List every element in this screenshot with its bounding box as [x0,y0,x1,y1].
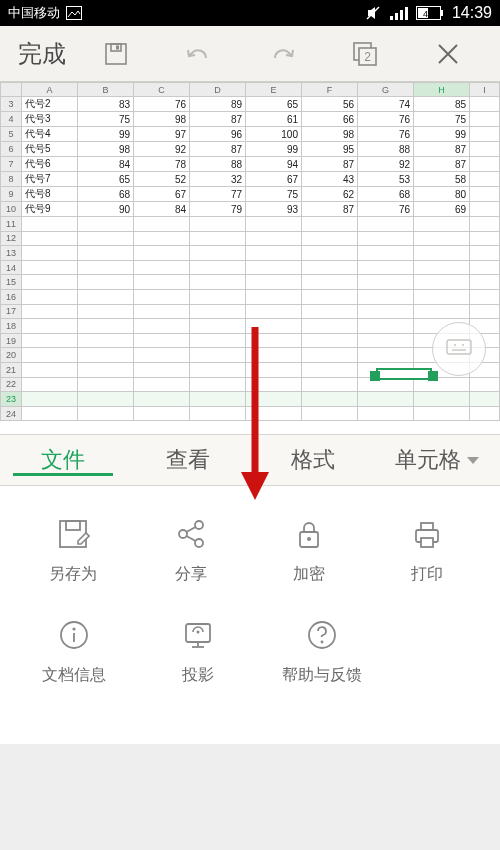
annotation-arrow [240,322,270,502]
svg-point-29 [195,539,203,547]
chevron-down-icon [465,452,481,468]
share-button[interactable]: 分享 [141,514,241,585]
redo-button[interactable] [260,32,304,76]
svg-point-27 [179,530,187,538]
info-icon [57,618,91,652]
share-icon [174,517,208,551]
svg-text:2: 2 [364,50,371,64]
doc-info-button[interactable]: 文档信息 [24,615,124,686]
svg-point-45 [321,641,324,644]
save-as-button[interactable]: 另存为 [23,514,123,585]
pages-button[interactable]: 2 [343,32,387,76]
help-icon [305,618,339,652]
svg-rect-35 [421,523,433,530]
close-button[interactable] [426,32,470,76]
svg-point-38 [72,627,75,630]
svg-line-30 [186,527,195,532]
svg-rect-4 [400,10,403,20]
clock-label: 14:39 [452,4,492,22]
keyboard-icon [446,339,472,359]
save-as-icon [56,517,90,551]
svg-rect-26 [66,521,80,530]
svg-rect-7 [441,10,443,16]
lock-icon [292,517,326,551]
save-button[interactable] [94,32,138,76]
svg-rect-3 [395,13,398,20]
tab-view[interactable]: 查看 [125,445,250,475]
svg-rect-36 [421,538,433,547]
spreadsheet[interactable]: ABCDEFGHI3代号2837689655674854代号3759887616… [0,82,500,434]
tab-cell[interactable]: 单元格 [375,445,500,475]
project-button[interactable]: 投影 [148,615,248,686]
printer-icon [410,517,444,551]
mute-icon [364,4,382,22]
carrier-label: 中国移动 [8,4,60,22]
svg-rect-18 [447,340,471,354]
svg-point-41 [197,631,200,634]
tab-file[interactable]: 文件 [0,445,125,475]
svg-point-28 [195,521,203,529]
projector-icon [181,618,215,652]
gallery-icon [66,6,82,20]
assistant-bubble[interactable] [432,322,486,376]
svg-rect-12 [116,45,119,49]
help-feedback-button[interactable]: 帮助与反馈 [272,615,372,686]
svg-rect-5 [405,7,408,20]
signal-icon [390,6,408,20]
file-panel: 另存为 分享 加密 打印 文档信息 投影 帮助与反馈 [0,486,500,744]
svg-marker-23 [241,472,269,500]
status-bar: 中国移动 47 14:39 [0,0,500,26]
undo-button[interactable] [177,32,221,76]
svg-point-33 [307,537,311,541]
print-button[interactable]: 打印 [377,514,477,585]
main-toolbar: 完成 2 [0,26,500,82]
svg-marker-24 [467,457,479,464]
done-button[interactable]: 完成 [10,38,74,70]
battery-icon: 47 [416,6,444,20]
selected-shape[interactable] [370,362,438,386]
encrypt-button[interactable]: 加密 [259,514,359,585]
svg-rect-2 [390,16,393,20]
svg-text:47: 47 [423,9,433,19]
svg-line-31 [186,536,195,541]
